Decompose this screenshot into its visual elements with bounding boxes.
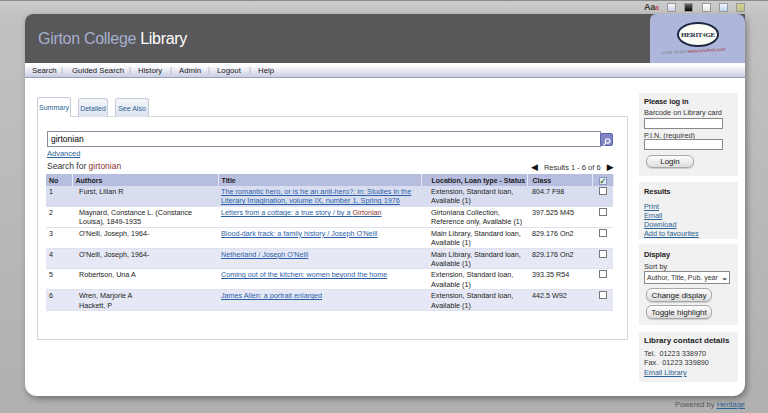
svg-text:HERIT4GE: HERIT4GE bbox=[681, 31, 715, 39]
